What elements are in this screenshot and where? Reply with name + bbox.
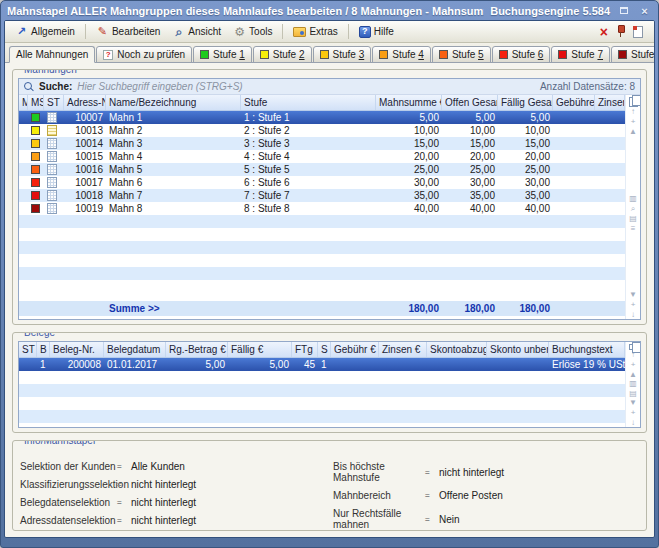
menu-item-hilfe[interactable]: ?Hilfe [354, 24, 399, 40]
belege-col-header[interactable]: Skontoabzug € [427, 342, 487, 357]
belege-col-header[interactable]: ST [19, 342, 37, 357]
cancel-icon[interactable]: × [600, 25, 608, 39]
menu-item-allgemein[interactable]: ↗Allgemein [10, 23, 80, 40]
grid-tool-icon[interactable]: + [627, 360, 639, 369]
cell-ms [28, 163, 44, 176]
grid-tool-icon[interactable]: ↓ [627, 310, 639, 319]
grid-tool-icon[interactable]: + [627, 117, 639, 126]
mahnungen-col-header[interactable]: Mahnsumme € [376, 95, 442, 110]
grid-tool-icon[interactable]: ▼ [627, 290, 639, 299]
grid-tool-icon[interactable]: ▲ [627, 370, 639, 379]
belege-col-header[interactable]: Fällig € [228, 342, 292, 357]
check-question-icon: ? [103, 50, 113, 60]
belege-col-header[interactable]: Beleg-Nr. [50, 342, 104, 357]
menu-item-tools[interactable]: ⚙Tools [228, 23, 277, 40]
mahnungen-col-header[interactable]: ST [44, 95, 64, 110]
cell-zinsen [595, 176, 625, 189]
info-left-column: Selektion der Kunden=Alle KundenKlassifi… [20, 461, 333, 531]
tab-noch-zu-pr-fen[interactable]: ?Noch zu prüfen [96, 46, 192, 63]
cell-name: Mahn 4 [106, 150, 241, 163]
mahnungen-col-header[interactable]: Gebühren € [553, 95, 595, 110]
tab-stufe-3[interactable]: Stufe 3 [313, 46, 372, 63]
summe-cell: 180,00 [376, 302, 442, 315]
table-row[interactable]: 10013Mahn 22 : Stufe 210,0010,0010,00 [19, 124, 625, 137]
grid-tool-icon[interactable]: ↓ [627, 418, 639, 427]
belege-col-header[interactable]: Belegdatum [104, 342, 166, 357]
grid-tool-icon[interactable]: + [627, 300, 639, 309]
table-row[interactable]: 10014Mahn 33 : Stufe 315,0015,0015,00 [19, 137, 625, 150]
search-icon[interactable] [24, 82, 34, 92]
mahnungen-col-header[interactable]: MS [28, 95, 44, 110]
copy-icon[interactable] [629, 344, 638, 350]
table-row[interactable]: 10007Mahn 11 : Stufe 15,005,005,00 [19, 111, 625, 124]
app-window: Mahnstapel ALLER Mahngruppen dieses Mahn… [0, 0, 659, 548]
menu-item-label: Extras [309, 26, 337, 37]
menu-item-label: Allgemein [31, 26, 75, 37]
tab-stufe-2[interactable]: Stufe 2 [253, 46, 312, 63]
new-document-icon[interactable] [633, 26, 643, 38]
cell-stufe: 2 : Stufe 2 [241, 124, 376, 137]
cell-skontoabzug [427, 358, 487, 371]
grid-tool-icon[interactable]: ⌕ [627, 204, 639, 213]
mahnungen-col-header[interactable]: M [19, 95, 28, 110]
belege-col-header[interactable]: Skonto unber. € [487, 342, 549, 357]
belege-col-header[interactable]: Rg.-Betrag € [166, 342, 228, 357]
grid-tool-icon[interactable]: ≡ [627, 224, 639, 233]
menu-item-ansicht[interactable]: ⌕Ansicht [167, 23, 226, 40]
tab-label: Stufe 7 [571, 49, 603, 60]
stufe-color-icon [379, 50, 388, 59]
cell-faellig: 30,00 [498, 176, 553, 189]
summe-cell [64, 302, 106, 315]
belege-col-header[interactable]: S [318, 342, 331, 357]
belege-col-header[interactable]: FTg [292, 342, 318, 357]
menu-item-extras[interactable]: Extras [288, 24, 342, 39]
table-row[interactable]: 10018Mahn 77 : Stufe 735,0035,0035,00 [19, 189, 625, 202]
tab-stufe-6[interactable]: Stufe 6 [492, 46, 551, 63]
restore-window-icon[interactable] [616, 4, 631, 17]
tab-label: Stufe 4 [392, 49, 424, 60]
belege-col-header[interactable]: Buchungstext [549, 342, 625, 357]
grid-tool-icon[interactable]: ▲ [627, 127, 639, 136]
content-page: Mahnungen Suche: Anzahl Datensätze: 8 MM… [5, 63, 654, 537]
cell-zinsen [595, 124, 625, 137]
grid-tool-icon[interactable]: ▥ [627, 379, 639, 388]
grid-tool-icon[interactable]: ▼ [627, 398, 639, 407]
grid-tool-icon[interactable]: ▤ [627, 389, 639, 398]
pin-icon[interactable] [616, 25, 625, 38]
table-row[interactable]: 10017Mahn 66 : Stufe 630,0030,0030,00 [19, 176, 625, 189]
tab-alle-mahnungen[interactable]: Alle Mahnungen [9, 46, 95, 63]
menu-item-bearbeiten[interactable]: ✎Bearbeiten [91, 23, 165, 40]
grid-tool-icon[interactable]: + [627, 408, 639, 417]
table-row[interactable]: 120000801.01.20175,005,00451Erlöse 19 % … [19, 358, 625, 371]
copy-icon[interactable] [629, 97, 638, 107]
mahnungen-col-header[interactable]: Name/Bezeichnung [106, 95, 241, 110]
table-row[interactable]: 10019Mahn 88 : Stufe 840,0040,0040,00 [19, 202, 625, 215]
mahnungen-col-header[interactable]: Offen Gesamt € [442, 95, 498, 110]
mahnungen-col-header[interactable]: Fällig Gesamt € [498, 95, 553, 110]
grid-tool-icon[interactable]: ▤ [627, 214, 639, 223]
mahnungen-col-header[interactable]: Zinsen [595, 95, 625, 110]
belege-col-header[interactable]: Gebühr € [331, 342, 379, 357]
belege-col-header[interactable]: Zinsen € [379, 342, 427, 357]
grid-tool-icon[interactable]: ↑ [627, 107, 639, 116]
table-row[interactable]: 10015Mahn 44 : Stufe 420,0020,0020,00 [19, 150, 625, 163]
grid-tool-icon[interactable]: ▥ [627, 194, 639, 203]
tab-stufe-4[interactable]: Stufe 4 [372, 46, 431, 63]
belege-col-header[interactable]: B [37, 342, 50, 357]
cell-buchungstext: Erlöse 19 % USt [549, 358, 625, 371]
mahnungen-col-header[interactable]: Adress-Nr. [64, 95, 106, 110]
tab-stufe-1[interactable]: Stufe 1 [193, 46, 252, 63]
window-body: ↗Allgemein✎Bearbeiten⌕Ansicht⚙ToolsExtra… [4, 20, 655, 538]
cell-name: Mahn 5 [106, 163, 241, 176]
info-label: Mahnbereich [333, 490, 425, 501]
close-window-icon[interactable]: × [637, 4, 652, 17]
tab-stufe-5[interactable]: Stufe 5 [432, 46, 491, 63]
tab-stufe-8[interactable]: Stufe 8 [611, 46, 655, 63]
search-input[interactable] [77, 81, 535, 92]
mahnungen-col-header[interactable]: Stufe [241, 95, 376, 110]
cell-name: Mahn 6 [106, 176, 241, 189]
cell-zinsen [595, 202, 625, 215]
tab-label: Stufe 5 [452, 49, 484, 60]
table-row[interactable]: 10016Mahn 55 : Stufe 525,0025,0025,00 [19, 163, 625, 176]
tab-stufe-7[interactable]: Stufe 7 [551, 46, 610, 63]
